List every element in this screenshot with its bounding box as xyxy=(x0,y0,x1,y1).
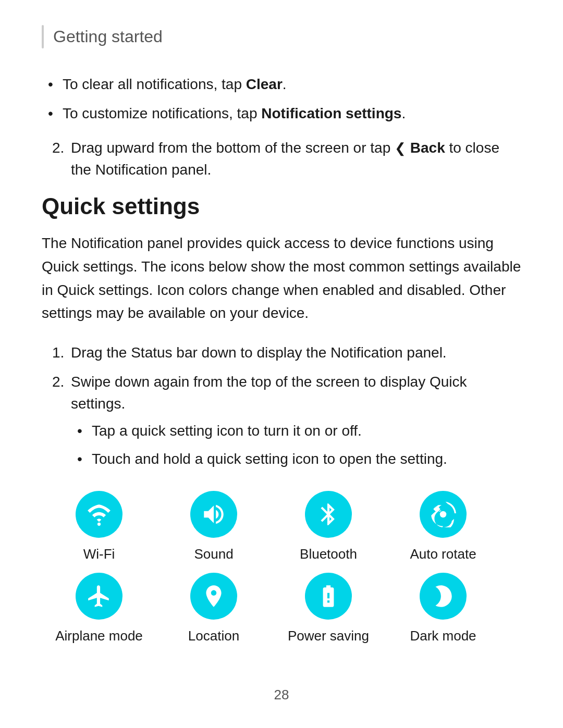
location-icon xyxy=(201,583,227,609)
list-item: Touch and hold a quick setting icon to o… xyxy=(92,448,521,470)
step-text: Drag the Status bar down to display the … xyxy=(71,344,447,361)
sub-bullet-list: Tap a quick setting icon to turn it on o… xyxy=(71,420,521,470)
wifi-item[interactable]: Wi-Fi xyxy=(42,491,156,562)
icons-row-2: Airplane mode Location Power savin xyxy=(42,573,521,644)
back-bold: Back xyxy=(410,140,445,156)
sound-item[interactable]: Sound xyxy=(156,491,271,562)
bluetooth-icon xyxy=(315,501,341,527)
list-item: 2. Drag upward from the bottom of the sc… xyxy=(52,137,521,181)
list-item: 1. Drag the Status bar down to display t… xyxy=(52,342,521,364)
power-saving-icon-circle xyxy=(305,573,352,620)
dark-mode-label: Dark mode xyxy=(410,628,476,644)
bullet-text-bold: Notification settings xyxy=(261,105,401,121)
bullet-text-after: . xyxy=(401,105,406,121)
numbered-list-top: 2. Drag upward from the bottom of the sc… xyxy=(42,137,521,181)
airplane-mode-item[interactable]: Airplane mode xyxy=(42,573,156,644)
bluetooth-item[interactable]: Bluetooth xyxy=(271,491,386,562)
bullet-text-after: . xyxy=(283,76,287,92)
dark-mode-icon-circle xyxy=(420,573,467,620)
step-text: Swipe down again from the top of the scr… xyxy=(71,374,467,412)
wifi-label: Wi-Fi xyxy=(83,546,115,562)
icons-grid: Wi-Fi Sound Bluetooth xyxy=(42,491,521,644)
airplane-mode-icon xyxy=(86,583,112,609)
dark-mode-icon xyxy=(430,583,456,609)
list-item: To customize notifications, tap Notifica… xyxy=(63,103,521,125)
list-number: 2. xyxy=(52,137,64,159)
wifi-icon-circle xyxy=(76,491,123,538)
chevron-icon: ❮ xyxy=(395,140,406,156)
power-saving-icon xyxy=(315,583,341,609)
location-icon-circle xyxy=(190,573,237,620)
power-saving-item[interactable]: Power saving xyxy=(271,573,386,644)
airplane-mode-label: Airplane mode xyxy=(55,628,143,644)
sound-icon xyxy=(201,501,227,527)
page-number: 28 xyxy=(274,687,289,703)
list-number: 2. xyxy=(52,371,64,393)
auto-rotate-icon-circle xyxy=(420,491,467,538)
dark-mode-item[interactable]: Dark mode xyxy=(386,573,500,644)
airplane-mode-icon-circle xyxy=(76,573,123,620)
section-heading: Quick settings xyxy=(42,193,521,219)
list-item: Tap a quick setting icon to turn it on o… xyxy=(92,420,521,442)
bluetooth-label: Bluetooth xyxy=(300,546,357,562)
location-item[interactable]: Location xyxy=(156,573,271,644)
sound-icon-circle xyxy=(190,491,237,538)
auto-rotate-icon xyxy=(430,501,456,527)
page-container: Getting started To clear all notificatio… xyxy=(0,0,563,707)
list-item: 2. Swipe down again from the top of the … xyxy=(52,371,521,470)
page-header: Getting started xyxy=(42,25,521,48)
bullet-text-plain: To clear all notifications, tap xyxy=(63,76,246,92)
wifi-icon xyxy=(86,501,112,527)
auto-rotate-label: Auto rotate xyxy=(410,546,476,562)
auto-rotate-item[interactable]: Auto rotate xyxy=(386,491,500,562)
quick-settings-steps: 1. Drag the Status bar down to display t… xyxy=(42,342,521,470)
list-number: 1. xyxy=(52,342,64,364)
svg-point-0 xyxy=(97,523,101,526)
bullet-text-plain: To customize notifications, tap xyxy=(63,105,261,121)
sound-label: Sound xyxy=(194,546,233,562)
page-title: Getting started xyxy=(53,25,163,48)
bullet-text-bold: Clear xyxy=(246,76,283,92)
location-label: Location xyxy=(188,628,239,644)
icons-row-1: Wi-Fi Sound Bluetooth xyxy=(42,491,521,562)
header-border xyxy=(42,25,44,48)
bluetooth-icon-circle xyxy=(305,491,352,538)
svg-point-1 xyxy=(440,511,447,518)
numbered-text: Drag upward from the bottom of the scree… xyxy=(71,140,499,178)
power-saving-label: Power saving xyxy=(288,628,369,644)
list-item: To clear all notifications, tap Clear. xyxy=(63,73,521,95)
description-paragraph: The Notification panel provides quick ac… xyxy=(42,232,521,325)
bullet-list: To clear all notifications, tap Clear. T… xyxy=(42,73,521,125)
